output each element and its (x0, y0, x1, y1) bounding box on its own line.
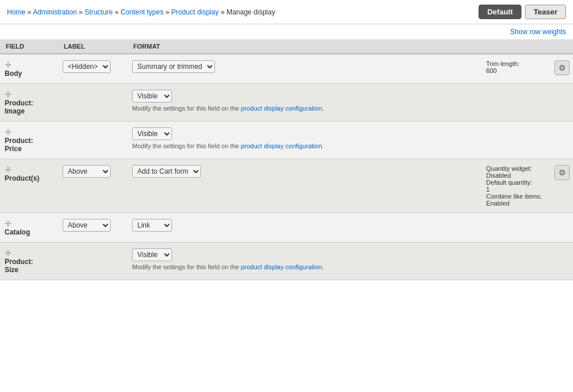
drag-handle-product-price[interactable]: ✛ (5, 127, 12, 137)
top-bar: Home » Administration » Structure » Cont… (0, 0, 573, 24)
col-field: FIELD (0, 39, 58, 54)
drag-handle-product-size[interactable]: ✛ (5, 248, 12, 258)
field-name-product-price: Product:Price (5, 137, 53, 153)
format-select-product-image[interactable]: Visible Hidden (132, 90, 172, 102)
drag-handle-body[interactable]: ✛ (5, 60, 12, 69)
field-cell-products: ✛ Product(s) (0, 159, 58, 213)
format-select-products[interactable]: Add to Cart form Default (132, 165, 201, 178)
table-row: ✛ Product:Size Visible Hidden Modify the… (0, 243, 573, 280)
gear-cell-products: ⚙ (551, 159, 573, 213)
format-select-catalog[interactable]: Link Default (132, 219, 172, 232)
show-row-weights-bar: Show row weights (0, 24, 573, 39)
label-cell-catalog: Above Inline <Hidden> (58, 213, 127, 243)
gear-cell-body: ⚙ (551, 54, 573, 84)
field-name-product-size: Product:Size (5, 258, 53, 274)
tab-default[interactable]: Default (479, 5, 521, 19)
table-row: ✛ Product:Price Visible Hidden Modify th… (0, 122, 573, 159)
label-cell-product-price (58, 122, 127, 159)
format-select-body[interactable]: Summary or trimmed Default Trimmed (132, 60, 215, 73)
breadcrumb-current: Manage display (227, 8, 275, 16)
format-cell-product-price: Visible Hidden Modify the settings for t… (127, 122, 573, 159)
table-row: ✛ Product:Image Visible Hidden Modify th… (0, 84, 573, 122)
col-label: LABEL (58, 39, 127, 54)
field-cell-catalog: ✛ Catalog (0, 213, 58, 243)
field-name-body: Body (5, 69, 53, 78)
label-select-body[interactable]: <Hidden> Above Inline (63, 60, 111, 73)
format-cell-product-size: Visible Hidden Modify the settings for t… (127, 243, 573, 280)
label-cell-body: <Hidden> Above Inline (58, 54, 127, 84)
modify-text-product-image: Modify the settings for this field on th… (132, 105, 568, 112)
table-row: ✛ Product(s) Above Inline <Hidden> Add t… (0, 159, 573, 213)
label-cell-products: Above Inline <Hidden> (58, 159, 127, 213)
breadcrumb-product-display[interactable]: Product display (171, 8, 219, 16)
format-cell-product-image: Visible Hidden Modify the settings for t… (127, 84, 573, 122)
drag-handle-products[interactable]: ✛ (5, 165, 12, 174)
field-cell-body: ✛ Body (0, 54, 58, 84)
field-name-product-image: Product:Image (5, 99, 53, 115)
extra-text-body: Trim length:600 (486, 60, 520, 74)
modify-link-product-image[interactable]: product display configuration (241, 105, 322, 112)
tab-teaser[interactable]: Teaser (525, 5, 566, 19)
field-cell-product-price: ✛ Product:Price (0, 122, 58, 159)
breadcrumb-administration[interactable]: Administration (33, 8, 77, 16)
format-select-product-price[interactable]: Visible Hidden (132, 127, 172, 140)
tab-buttons: Default Teaser (479, 5, 566, 19)
extra-text-products: Quantity widget:DisabledDefault quantity… (486, 165, 542, 207)
table-header: FIELD LABEL FORMAT (0, 39, 573, 54)
format-select-product-size[interactable]: Visible Hidden (132, 248, 172, 261)
table-row: ✛ Catalog Above Inline <Hidden> Link Def… (0, 213, 573, 243)
label-cell-product-image (58, 84, 127, 122)
modify-text-product-size: Modify the settings for this field on th… (132, 263, 568, 270)
col-format: FORMAT (127, 39, 573, 54)
drag-handle-catalog[interactable]: ✛ (5, 219, 12, 228)
field-name-products: Product(s) (5, 174, 53, 182)
format-cell-catalog: Link Default (127, 213, 573, 243)
drag-handle-product-image[interactable]: ✛ (5, 90, 12, 99)
extra-cell-products: Quantity widget:DisabledDefault quantity… (481, 159, 551, 213)
modify-text-product-price: Modify the settings for this field on th… (132, 142, 568, 149)
format-cell-body: Summary or trimmed Default Trimmed (127, 54, 481, 84)
table-row: ✛ Body <Hidden> Above Inline Summary or … (0, 54, 573, 84)
field-cell-product-size: ✛ Product:Size (0, 243, 58, 280)
modify-link-product-price[interactable]: product display configuration (241, 142, 322, 149)
label-cell-product-size (58, 243, 127, 280)
breadcrumb-home[interactable]: Home (7, 8, 25, 16)
field-name-catalog: Catalog (5, 228, 53, 236)
modify-link-product-size[interactable]: product display configuration (241, 263, 322, 270)
manage-display-table: FIELD LABEL FORMAT ✛ Body <Hidden> Above… (0, 39, 573, 280)
breadcrumb: Home » Administration » Structure » Cont… (7, 8, 275, 16)
show-row-weights-link[interactable]: Show row weights (510, 28, 566, 36)
extra-cell-body: Trim length:600 (481, 54, 551, 84)
gear-button-body[interactable]: ⚙ (554, 60, 570, 75)
breadcrumb-structure[interactable]: Structure (85, 8, 113, 16)
format-cell-products: Add to Cart form Default (127, 159, 481, 213)
label-select-products[interactable]: Above Inline <Hidden> (63, 165, 111, 178)
field-cell-product-image: ✛ Product:Image (0, 84, 58, 122)
gear-button-products[interactable]: ⚙ (554, 165, 570, 180)
label-select-catalog[interactable]: Above Inline <Hidden> (63, 219, 111, 232)
breadcrumb-content-types[interactable]: Content types (121, 8, 163, 16)
